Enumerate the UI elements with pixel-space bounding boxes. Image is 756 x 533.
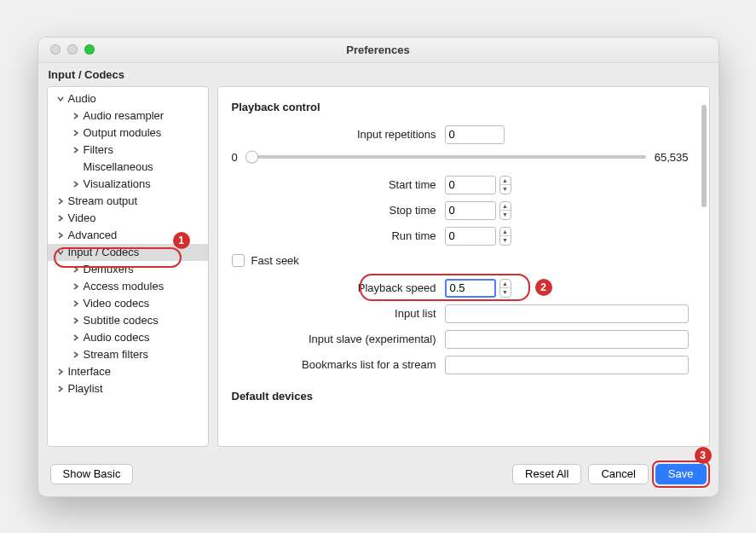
- playback-control-heading: Playback control: [232, 101, 689, 113]
- sidebar-item-label: Miscellaneous: [84, 160, 153, 173]
- sidebar-item-stream-output[interactable]: Stream output: [48, 193, 208, 210]
- chevron-right-icon[interactable]: [72, 130, 80, 136]
- default-devices-heading: Default devices: [232, 390, 689, 403]
- sidebar-item-video-codecs[interactable]: Video codecs: [48, 295, 208, 312]
- chevron-right-icon[interactable]: [56, 368, 65, 375]
- slider-max-label: 65,535: [655, 151, 689, 164]
- sidebar-item-label: Stream filters: [84, 348, 149, 361]
- sidebar-item-label: Demuxers: [84, 263, 134, 275]
- chevron-right-icon[interactable]: [72, 113, 80, 119]
- label-input-list: Input list: [232, 307, 445, 320]
- sidebar-item-label: Video codecs: [84, 297, 150, 310]
- label-run-time: Run time: [232, 229, 445, 242]
- label-fast-seek: Fast seek: [251, 254, 299, 267]
- reset-all-button[interactable]: Reset All: [512, 464, 581, 484]
- scrollbar[interactable]: [701, 105, 707, 207]
- chevron-right-icon[interactable]: [72, 181, 80, 188]
- chevron-right-icon[interactable]: [72, 266, 80, 273]
- chevron-right-icon[interactable]: [72, 317, 80, 324]
- sidebar-item-video[interactable]: Video: [48, 210, 208, 227]
- bookmarks-field[interactable]: [445, 356, 689, 374]
- sidebar-item-label: Subtitle codecs: [84, 314, 159, 327]
- sidebar-item-label: Audio: [68, 92, 96, 105]
- preferences-window: Preferences Input / Codecs AudioAudio re…: [38, 37, 719, 497]
- run-time-field[interactable]: [445, 227, 496, 246]
- titlebar: Preferences: [38, 38, 718, 63]
- footer: Show Basic Reset All Cancel Save 3: [38, 455, 718, 496]
- chevron-right-icon[interactable]: [72, 283, 80, 290]
- sidebar-item-advanced[interactable]: Advanced: [48, 227, 208, 244]
- sidebar-item-label: Visualizations: [84, 177, 151, 190]
- sidebar-item-visualizations[interactable]: Visualizations: [48, 176, 208, 193]
- sidebar-item-label: Video: [68, 211, 96, 224]
- sidebar-item-filters[interactable]: Filters: [48, 142, 208, 159]
- label-stop-time: Stop time: [232, 204, 445, 217]
- input-list-field[interactable]: [445, 304, 689, 323]
- run-time-stepper[interactable]: ▲▼: [499, 227, 511, 246]
- chevron-right-icon[interactable]: [72, 147, 80, 154]
- chevron-right-icon[interactable]: [72, 300, 80, 307]
- sidebar-item-audio-codecs[interactable]: Audio codecs: [48, 329, 208, 346]
- repetitions-slider[interactable]: [246, 155, 646, 159]
- slider-thumb[interactable]: [245, 151, 258, 164]
- chevron-right-icon[interactable]: [72, 334, 80, 341]
- annotation-badge-2: 2: [535, 279, 552, 296]
- sidebar-item-input-codecs[interactable]: Input / Codecs: [48, 244, 208, 261]
- show-basic-button[interactable]: Show Basic: [50, 464, 134, 484]
- settings-panel: Playback control Input repetitions 0 65,…: [217, 86, 710, 447]
- sidebar-item-label: Access modules: [84, 280, 164, 293]
- sidebar-item-interface[interactable]: Interface: [48, 363, 208, 380]
- playback-speed-field[interactable]: [445, 279, 496, 298]
- chevron-right-icon[interactable]: [56, 232, 65, 239]
- sidebar-item-label: Audio codecs: [84, 331, 150, 344]
- sidebar-item-output-modules[interactable]: Output modules: [48, 125, 208, 142]
- label-bookmarks: Bookmarks list for a stream: [232, 358, 445, 371]
- stop-time-stepper[interactable]: ▲▼: [499, 201, 511, 220]
- chevron-down-icon[interactable]: [56, 249, 65, 256]
- playback-speed-stepper[interactable]: ▲▼: [499, 279, 511, 298]
- sidebar-item-label: Advanced: [68, 229, 118, 241]
- fast-seek-checkbox[interactable]: [232, 254, 245, 267]
- start-time-field[interactable]: [445, 176, 496, 194]
- label-input-slave: Input slave (experimental): [232, 333, 445, 345]
- slider-min-label: 0: [232, 151, 238, 164]
- sidebar-item-demuxers[interactable]: Demuxers: [48, 261, 208, 278]
- sidebar-item-audio[interactable]: Audio: [48, 90, 208, 107]
- sidebar-item-audio-resampler[interactable]: Audio resampler: [48, 107, 208, 125]
- chevron-right-icon[interactable]: [56, 385, 65, 392]
- sidebar-item-access-modules[interactable]: Access modules: [48, 278, 208, 295]
- label-playback-speed: Playback speed: [232, 281, 445, 294]
- sidebar-item-label: Filters: [84, 143, 113, 156]
- sidebar-item-stream-filters[interactable]: Stream filters: [48, 346, 208, 363]
- label-input-repetitions: Input repetitions: [232, 128, 445, 141]
- sidebar-item-label: Stream output: [68, 194, 138, 207]
- input-repetitions-field[interactable]: [445, 125, 505, 144]
- label-start-time: Start time: [232, 178, 445, 191]
- sidebar-item-miscellaneous[interactable]: Miscellaneous: [48, 159, 208, 176]
- cancel-button[interactable]: Cancel: [588, 464, 648, 484]
- sidebar-item-label: Input / Codecs: [68, 246, 140, 258]
- sidebar-item-label: Output modules: [84, 126, 162, 139]
- chevron-right-icon[interactable]: [56, 215, 65, 222]
- window-title: Preferences: [38, 43, 718, 56]
- sidebar-item-playlist[interactable]: Playlist: [48, 380, 208, 397]
- save-button[interactable]: Save: [655, 464, 707, 484]
- chevron-down-icon[interactable]: [56, 96, 65, 102]
- chevron-right-icon[interactable]: [72, 351, 80, 358]
- sidebar-item-subtitle-codecs[interactable]: Subtitle codecs: [48, 312, 208, 329]
- section-header: Input / Codecs: [38, 63, 718, 86]
- sidebar-item-label: Playlist: [68, 382, 103, 395]
- start-time-stepper[interactable]: ▲▼: [499, 176, 511, 194]
- input-slave-field[interactable]: [445, 330, 689, 349]
- stop-time-field[interactable]: [445, 201, 496, 220]
- chevron-right-icon[interactable]: [56, 198, 65, 205]
- sidebar-item-label: Interface: [68, 365, 112, 378]
- sidebar-tree[interactable]: AudioAudio resamplerOutput modulesFilter…: [47, 86, 209, 447]
- sidebar-item-label: Audio resampler: [84, 109, 164, 122]
